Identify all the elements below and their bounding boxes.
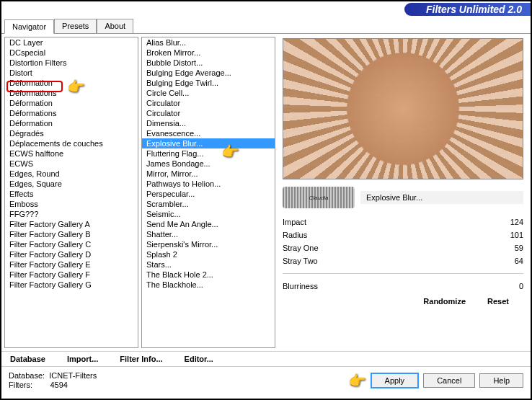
category-item[interactable]: Filter Factory Gallery B — [5, 229, 138, 239]
filter-item[interactable]: Bulging Edge Average... — [142, 68, 275, 78]
param-row[interactable]: Impact124 — [283, 215, 523, 228]
filter-list[interactable]: Alias Blur...Broken Mirror...Bubble Dist… — [141, 37, 275, 348]
category-item[interactable]: Effects — [5, 189, 138, 199]
param-label: Blurriness — [283, 282, 318, 290]
parameter-panel: Impact124Radius101Stray One59Stray Two64 — [283, 215, 523, 267]
filter-item[interactable]: Circulator — [142, 108, 275, 118]
filter-item[interactable]: Dimensia... — [142, 118, 275, 128]
category-item[interactable]: Distort — [5, 68, 138, 78]
filter-item[interactable]: Splash 2 — [142, 249, 275, 259]
category-item[interactable]: Distortion Filters — [5, 58, 138, 68]
param-row[interactable]: Stray One59 — [283, 241, 523, 254]
param-label: Stray One — [283, 244, 319, 252]
filter-item[interactable]: James Bondage... — [142, 159, 275, 169]
filter-item[interactable]: Fluttering Flag... — [142, 148, 275, 159]
filter-item[interactable]: Pathways to Helion... — [142, 179, 275, 189]
right-pane: Claudia Explosive Blur... Impact124Radiu… — [278, 37, 528, 348]
category-item[interactable]: Déplacements de couches — [5, 138, 138, 148]
pointer-icon: 👉 — [348, 372, 366, 389]
param-label: Radius — [283, 231, 307, 239]
divider — [283, 273, 523, 274]
category-item[interactable]: Filter Factory Gallery C — [5, 239, 138, 249]
category-item[interactable]: Filter Factory Gallery D — [5, 249, 138, 259]
current-filter-name: Explosive Blur... — [360, 191, 523, 204]
param-value: 0 — [519, 282, 523, 290]
database-button[interactable]: Database — [10, 355, 45, 363]
category-item[interactable]: Déformations — [5, 88, 138, 98]
filter-info-button[interactable]: Filter Info... — [120, 355, 162, 363]
category-item[interactable]: Filter Factory Gallery A — [5, 219, 138, 229]
category-item[interactable]: DCspecial — [5, 48, 138, 58]
main-content: DC LayerDCspecialDistortion FiltersDisto… — [1, 34, 531, 351]
param-value: 101 — [510, 231, 523, 239]
apply-button[interactable]: Apply — [371, 373, 420, 388]
filter-item[interactable]: The Black Hole 2... — [142, 270, 275, 280]
category-item[interactable]: Emboss — [5, 199, 138, 209]
status-text: Database: ICNET-Filters Filters: 4594 — [9, 371, 97, 390]
category-list[interactable]: DC LayerDCspecialDistortion FiltersDisto… — [4, 37, 138, 348]
filter-item[interactable]: The Blackhole... — [142, 280, 275, 290]
param-value: 64 — [515, 257, 523, 265]
tab-about[interactable]: About — [97, 19, 133, 33]
status-filters-label: Filters: — [9, 381, 32, 389]
app-title: Filters Unlimited 2.0 — [404, 3, 531, 16]
tab-strip: NavigatorPresetsAbout — [1, 19, 531, 34]
param-row[interactable]: Radius101 — [283, 228, 523, 241]
status-filters-value: 4594 — [50, 381, 67, 389]
status-db-label: Database: — [9, 371, 45, 380]
param-label: Stray Two — [283, 257, 318, 265]
filter-item[interactable]: Mirror, Mirror... — [142, 169, 275, 179]
filter-item[interactable]: Evanescence... — [142, 128, 275, 138]
filter-item[interactable]: Circulator — [142, 98, 275, 108]
help-button[interactable]: Help — [479, 373, 523, 388]
editor-button[interactable]: Editor... — [185, 355, 213, 363]
filter-item[interactable]: Bubble Distort... — [142, 58, 275, 68]
randomize-reset-row: Randomize Reset — [283, 297, 523, 306]
category-item[interactable]: Dégradés — [5, 128, 138, 138]
category-item[interactable]: Déformation — [5, 98, 138, 108]
param-label: Impact — [283, 218, 306, 226]
category-item[interactable]: ECWS — [5, 159, 138, 169]
reset-button[interactable]: Reset — [487, 297, 509, 306]
param-blurriness[interactable]: Blurriness 0 — [283, 280, 523, 293]
import-button[interactable]: Import... — [67, 355, 98, 363]
category-item[interactable]: FFG??? — [5, 209, 138, 219]
category-item[interactable]: ECWS halftone — [5, 148, 138, 159]
filter-item[interactable]: Seismic... — [142, 209, 275, 219]
randomize-button[interactable]: Randomize — [423, 297, 466, 306]
footer: Database: ICNET-Filters Filters: 4594 👉 … — [1, 366, 531, 394]
filter-item[interactable]: Perspecular... — [142, 189, 275, 199]
filter-item[interactable]: Shatter... — [142, 229, 275, 239]
filter-item[interactable]: Send Me An Angle... — [142, 219, 275, 229]
status-db-value: ICNET-Filters — [49, 371, 97, 380]
filter-item[interactable]: Broken Mirror... — [142, 48, 275, 58]
footer-buttons: 👉 Apply Cancel Help — [348, 372, 523, 389]
checker-overlay — [283, 39, 523, 179]
category-item[interactable]: Edges, Round — [5, 169, 138, 179]
title-bar: Filters Unlimited 2.0 — [1, 1, 531, 17]
category-item[interactable]: DC Layer — [5, 37, 138, 48]
category-item[interactable]: Edges, Square — [5, 179, 138, 189]
param-value: 59 — [515, 244, 523, 252]
filter-item[interactable]: Explosive Blur... — [142, 138, 275, 148]
filter-item[interactable]: Bulging Edge Twirl... — [142, 78, 275, 88]
filter-label-row: Claudia Explosive Blur... — [283, 187, 523, 208]
filter-item[interactable]: Circle Cell... — [142, 88, 275, 98]
category-item[interactable]: Déformation — [5, 78, 138, 88]
watermark-text: Claudia — [309, 195, 328, 201]
filter-item[interactable]: Scrambler... — [142, 199, 275, 209]
cancel-button[interactable]: Cancel — [423, 373, 475, 388]
tab-presets[interactable]: Presets — [54, 19, 97, 33]
category-item[interactable]: Filter Factory Gallery G — [5, 280, 138, 290]
category-item[interactable]: Déformations — [5, 108, 138, 118]
category-item[interactable]: Déformation — [5, 118, 138, 128]
param-value: 124 — [510, 218, 523, 226]
category-item[interactable]: Filter Factory Gallery F — [5, 270, 138, 280]
filter-item[interactable]: Alias Blur... — [142, 37, 275, 48]
filter-item[interactable]: Stars... — [142, 259, 275, 270]
param-row[interactable]: Stray Two64 — [283, 254, 523, 267]
preview-image — [283, 38, 523, 179]
category-item[interactable]: Filter Factory Gallery E — [5, 259, 138, 270]
tab-navigator[interactable]: Navigator — [4, 19, 54, 34]
filter-item[interactable]: Sierpenski's Mirror... — [142, 239, 275, 249]
